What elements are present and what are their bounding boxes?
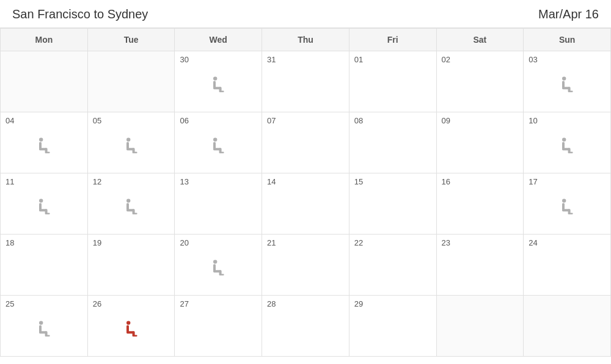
day-header-fri: Fri xyxy=(349,29,436,51)
svg-point-45 xyxy=(213,260,217,263)
day-number: 12 xyxy=(93,177,170,186)
day-header-wed: Wed xyxy=(175,29,262,51)
calendar-cell: 23 xyxy=(436,235,524,296)
day-number: 06 xyxy=(180,116,257,125)
calendar-cell[interactable]: 11 xyxy=(1,173,88,235)
svg-rect-59 xyxy=(132,335,137,337)
svg-rect-56 xyxy=(126,326,129,332)
route-title: San Francisco to Sydney xyxy=(12,7,148,21)
svg-rect-4 xyxy=(219,91,224,92)
svg-rect-31 xyxy=(39,203,42,210)
day-header-sun: Sun xyxy=(524,29,611,51)
svg-rect-46 xyxy=(213,264,216,271)
day-number: 25 xyxy=(5,299,82,308)
svg-point-0 xyxy=(213,76,217,80)
day-number: 03 xyxy=(529,55,606,64)
month-year: Mar/Apr 16 xyxy=(538,7,599,21)
seat-icon-gray[interactable] xyxy=(5,128,82,164)
seat-icon-gray[interactable] xyxy=(529,67,606,103)
calendar-cell[interactable]: 26 xyxy=(87,296,175,357)
calendar-cell[interactable]: 30 xyxy=(175,51,262,112)
day-number: 19 xyxy=(93,238,170,247)
calendar-cell: 14 xyxy=(262,173,349,235)
calendar-cell: 01 xyxy=(349,51,436,112)
day-number: 08 xyxy=(354,116,431,125)
calendar-cell: 08 xyxy=(349,112,436,173)
svg-rect-19 xyxy=(132,152,137,153)
calendar-cell: 31 xyxy=(262,51,349,112)
day-number: 18 xyxy=(5,238,82,247)
calendar-cell[interactable]: 03 xyxy=(524,51,611,112)
seat-icon-gray[interactable] xyxy=(529,128,606,164)
day-number: 13 xyxy=(180,177,257,186)
day-number: 29 xyxy=(354,299,431,308)
page-header: San Francisco to Sydney Mar/Apr 16 xyxy=(0,0,611,28)
calendar-cell[interactable]: 06 xyxy=(175,112,262,173)
svg-rect-34 xyxy=(45,213,49,214)
seat-icon-gray[interactable] xyxy=(5,189,82,225)
calendar-table: MonTueWedThuFriSatSun 30 31010203 xyxy=(0,28,611,357)
calendar-cell[interactable]: 04 xyxy=(1,112,88,173)
calendar-cell: 29 xyxy=(349,296,436,357)
calendar-cell: 22 xyxy=(349,235,436,296)
seat-icon-gray[interactable] xyxy=(180,128,257,164)
calendar-cell[interactable]: 10 xyxy=(524,112,611,173)
calendar-week-4: 25 26 272829 xyxy=(1,296,611,357)
svg-rect-49 xyxy=(219,274,224,275)
seat-icon-gray[interactable] xyxy=(529,189,606,225)
seat-icon-gray[interactable] xyxy=(93,128,170,164)
day-number: 02 xyxy=(442,55,519,64)
day-headers-row: MonTueWedThuFriSatSun xyxy=(1,29,611,51)
calendar-cell: 27 xyxy=(175,296,262,357)
calendar-week-3: 181920 21222324 xyxy=(1,235,611,296)
calendar-week-2: 11 12 1314151617 xyxy=(1,173,611,235)
calendar-cell: 24 xyxy=(524,235,611,296)
calendar-cell: 02 xyxy=(436,51,524,112)
svg-rect-14 xyxy=(45,152,49,153)
calendar-cell xyxy=(436,296,524,357)
seat-icon-red[interactable] xyxy=(93,311,170,348)
svg-point-5 xyxy=(562,76,566,80)
day-number: 20 xyxy=(180,238,257,247)
calendar-cell: 15 xyxy=(349,173,436,235)
calendar-cell[interactable]: 12 xyxy=(87,173,175,235)
svg-rect-24 xyxy=(219,152,224,153)
svg-rect-16 xyxy=(126,142,129,149)
svg-rect-41 xyxy=(562,203,565,210)
seat-icon-gray[interactable] xyxy=(5,311,82,348)
day-number: 05 xyxy=(93,116,170,125)
seat-icon-gray[interactable] xyxy=(93,189,170,225)
calendar-cell: 09 xyxy=(436,112,524,173)
svg-rect-21 xyxy=(213,142,216,149)
svg-rect-29 xyxy=(568,152,573,153)
day-number: 09 xyxy=(442,116,519,125)
svg-point-55 xyxy=(126,321,130,324)
calendar-cell: 16 xyxy=(436,173,524,235)
svg-rect-36 xyxy=(126,203,129,210)
calendar-cell[interactable]: 17 xyxy=(524,173,611,235)
calendar-cell: 07 xyxy=(262,112,349,173)
day-number: 14 xyxy=(267,177,344,186)
svg-point-10 xyxy=(39,137,43,141)
svg-rect-26 xyxy=(562,142,565,149)
day-header-sat: Sat xyxy=(436,29,524,51)
day-header-thu: Thu xyxy=(262,29,349,51)
seat-icon-gray[interactable] xyxy=(180,250,257,286)
svg-rect-6 xyxy=(562,81,565,88)
calendar-cell xyxy=(524,296,611,357)
calendar-cell[interactable]: 05 xyxy=(87,112,175,173)
day-header-mon: Mon xyxy=(1,29,88,51)
day-number: 07 xyxy=(267,116,344,125)
day-number: 30 xyxy=(180,55,257,64)
svg-point-35 xyxy=(126,198,130,202)
calendar-header: MonTueWedThuFriSatSun xyxy=(1,29,611,51)
calendar-body: 30 31010203 04 xyxy=(1,51,611,357)
seat-icon-gray[interactable] xyxy=(180,67,257,103)
calendar-cell: 28 xyxy=(262,296,349,357)
calendar-cell: 18 xyxy=(1,235,88,296)
calendar-cell[interactable]: 25 xyxy=(1,296,88,357)
svg-rect-1 xyxy=(213,81,216,88)
svg-rect-51 xyxy=(39,326,42,332)
day-number: 23 xyxy=(442,238,519,247)
calendar-cell[interactable]: 20 xyxy=(175,235,262,296)
